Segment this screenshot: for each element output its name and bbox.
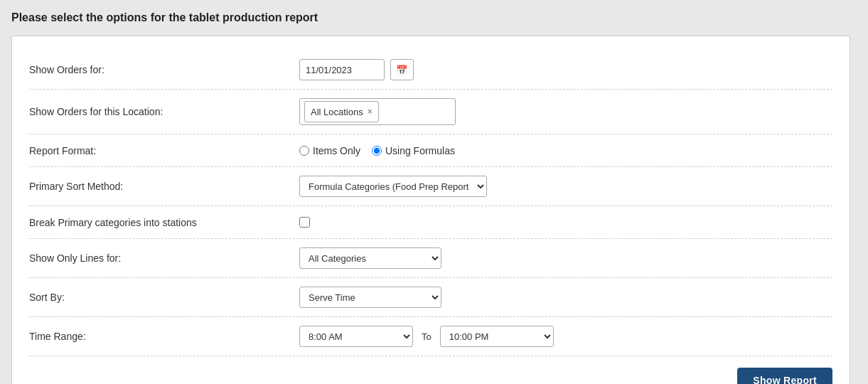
show-orders-location-control: All Locations × bbox=[299, 98, 832, 125]
show-orders-for-row: Show Orders for: 📅 bbox=[29, 50, 832, 90]
location-tag-close-button[interactable]: × bbox=[368, 107, 373, 116]
items-only-radio[interactable] bbox=[299, 146, 309, 156]
show-only-lines-select[interactable]: All Categories Category 1 Category 2 bbox=[299, 247, 441, 269]
break-primary-label: Break Primary categories into stations bbox=[29, 217, 299, 228]
location-input-wrapper[interactable]: All Locations × bbox=[299, 98, 456, 125]
page-title: Please select the options for the tablet… bbox=[11, 11, 857, 24]
form-card: Show Orders for: 📅 Show Orders for this … bbox=[11, 36, 850, 384]
time-end-select[interactable]: 12:00 AM 1:00 AM 2:00 AM 3:00 AM 4:00 AM… bbox=[440, 326, 554, 347]
calendar-icon: 📅 bbox=[396, 65, 408, 75]
primary-sort-control: Formula Categories (Food Prep Report Ite… bbox=[299, 176, 832, 197]
time-range-label: Time Range: bbox=[29, 331, 299, 342]
sort-by-select[interactable]: Serve Time Item Name Category bbox=[299, 287, 441, 308]
using-formulas-radio[interactable] bbox=[372, 146, 382, 156]
time-start-select[interactable]: 12:00 AM 1:00 AM 2:00 AM 3:00 AM 4:00 AM… bbox=[299, 326, 413, 347]
using-formulas-radio-label[interactable]: Using Formulas bbox=[372, 145, 455, 156]
time-range-row: Time Range: 12:00 AM 1:00 AM 2:00 AM 3:0… bbox=[29, 317, 832, 356]
time-range-control: 12:00 AM 1:00 AM 2:00 AM 3:00 AM 4:00 AM… bbox=[299, 326, 832, 347]
report-format-row: Report Format: Items Only Using Formulas bbox=[29, 134, 832, 167]
show-orders-location-label: Show Orders for this Location: bbox=[29, 106, 299, 117]
items-only-radio-label[interactable]: Items Only bbox=[299, 145, 360, 156]
location-tag-text: All Locations bbox=[311, 107, 363, 117]
using-formulas-label: Using Formulas bbox=[385, 145, 455, 156]
primary-sort-label: Primary Sort Method: bbox=[29, 181, 299, 192]
show-orders-date-input[interactable] bbox=[299, 59, 385, 80]
show-orders-for-label: Show Orders for: bbox=[29, 64, 299, 75]
primary-sort-select[interactable]: Formula Categories (Food Prep Report Ite… bbox=[299, 176, 487, 197]
location-tag: All Locations × bbox=[304, 101, 379, 122]
time-to-label: To bbox=[419, 331, 434, 342]
break-primary-control bbox=[299, 217, 832, 228]
show-only-lines-control: All Categories Category 1 Category 2 bbox=[299, 247, 832, 269]
show-only-lines-label: Show Only Lines for: bbox=[29, 252, 299, 264]
report-format-label: Report Format: bbox=[29, 145, 299, 156]
show-orders-location-row: Show Orders for this Location: All Locat… bbox=[29, 90, 832, 134]
show-orders-for-control: 📅 bbox=[299, 59, 832, 80]
show-report-button[interactable]: Show Report bbox=[737, 368, 832, 384]
break-primary-checkbox[interactable] bbox=[299, 217, 310, 228]
break-primary-row: Break Primary categories into stations bbox=[29, 206, 832, 239]
sort-by-row: Sort By: Serve Time Item Name Category bbox=[29, 278, 832, 317]
report-format-control: Items Only Using Formulas bbox=[299, 145, 832, 156]
sort-by-control: Serve Time Item Name Category bbox=[299, 287, 832, 308]
footer-row: Show Report bbox=[29, 356, 832, 384]
calendar-button[interactable]: 📅 bbox=[390, 59, 414, 80]
items-only-label: Items Only bbox=[313, 145, 360, 156]
show-only-lines-row: Show Only Lines for: All Categories Cate… bbox=[29, 239, 832, 278]
primary-sort-row: Primary Sort Method: Formula Categories … bbox=[29, 167, 832, 206]
sort-by-label: Sort By: bbox=[29, 292, 299, 303]
